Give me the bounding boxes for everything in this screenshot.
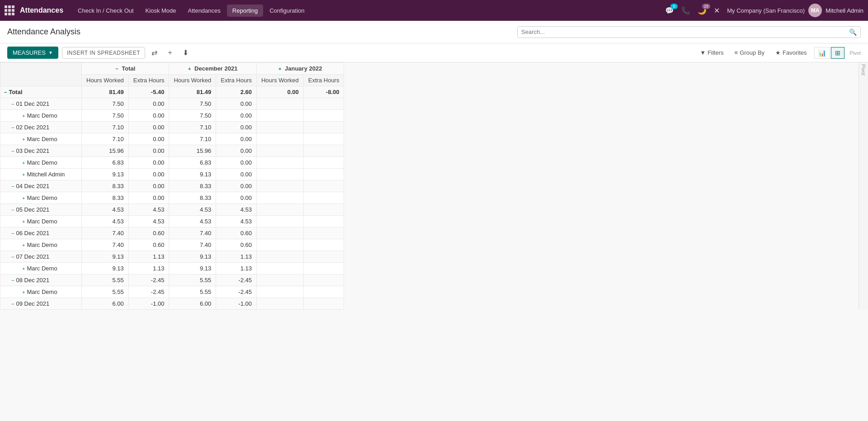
plus-icon[interactable]: + <box>22 289 25 295</box>
plus-icon[interactable]: + <box>22 219 25 224</box>
row-label-cell: −09 Dec 2021 <box>0 298 82 310</box>
swap-icon: ⇄ <box>151 49 157 57</box>
pivot-view-btn[interactable]: ⊞ <box>831 47 844 59</box>
table-cell: 4.53 <box>216 204 257 216</box>
phone-icon-btn[interactable]: 📞 <box>679 5 692 17</box>
filters-label: Filters <box>708 49 723 56</box>
table-cell <box>303 216 344 227</box>
plus-icon[interactable]: + <box>22 195 25 201</box>
row-label-cell: +Marc Demo <box>0 286 82 298</box>
minus-icon[interactable]: − <box>11 125 14 130</box>
nav-kiosk-mode[interactable]: Kiosk Mode <box>140 5 182 17</box>
minus-icon[interactable]: − <box>11 184 14 189</box>
nav-reporting[interactable]: Reporting <box>227 5 263 17</box>
table-cell: 0.00 <box>128 110 169 122</box>
company-name: My Company (San Francisco) <box>727 7 805 14</box>
table-cell: 1.13 <box>216 251 257 263</box>
table-cell <box>303 204 344 216</box>
table-cell <box>256 98 303 110</box>
table-cell: 0.00 <box>128 145 169 157</box>
apps-menu-icon[interactable] <box>5 5 14 15</box>
minus-icon[interactable]: − <box>11 254 14 260</box>
search-input[interactable] <box>521 28 849 35</box>
plus-icon[interactable]: + <box>22 137 25 142</box>
close-icon-btn[interactable]: ✕ <box>712 5 722 17</box>
group-by-icon: ≡ <box>735 49 738 56</box>
table-cell <box>303 274 344 286</box>
subheader: Attendance Analysis 🔍 <box>0 21 868 43</box>
table-cell: 6.83 <box>169 157 216 169</box>
minus-icon[interactable]: − <box>11 207 14 213</box>
chat-icon-btn[interactable]: 💬 6 <box>663 5 676 17</box>
table-cell <box>303 192 344 204</box>
table-cell: -2.45 <box>128 286 169 298</box>
group-by-button[interactable]: ≡ Group By <box>731 47 769 58</box>
measures-label: MEASURES <box>13 49 46 56</box>
table-cell: 7.10 <box>169 122 216 133</box>
nav-attendances[interactable]: Attendances <box>183 5 226 17</box>
add-icon-btn[interactable]: ＋ <box>164 46 176 59</box>
table-cell: 5.55 <box>169 286 216 298</box>
toolbar-right: ▼ Filters ≡ Group By ★ Favorites 📊 ⊞ Piv… <box>696 47 861 59</box>
measures-button[interactable]: MEASURES ▼ <box>7 47 58 59</box>
moon-icon-btn[interactable]: 🌙 25 <box>696 5 708 17</box>
table-cell: 9.13 <box>82 263 129 274</box>
table-cell: -1.00 <box>216 298 257 310</box>
table-cell: 0.00 <box>128 192 169 204</box>
plus-icon[interactable]: + <box>22 242 25 248</box>
table-cell <box>303 298 344 310</box>
filters-button[interactable]: ▼ Filters <box>696 47 727 58</box>
table-row: +Marc Demo8.330.008.330.00 <box>0 192 344 204</box>
minus-icon[interactable]: − <box>11 148 14 154</box>
search-icon[interactable]: 🔍 <box>849 28 857 36</box>
table-cell <box>303 122 344 133</box>
table-cell: 9.13 <box>169 263 216 274</box>
minus-icon[interactable]: − <box>11 278 14 283</box>
swap-icon-btn[interactable]: ⇄ <box>149 47 160 59</box>
plus-icon[interactable]: + <box>22 266 25 271</box>
col-jan-extra-hours: Extra Hours <box>303 75 344 86</box>
row-header-empty <box>0 63 82 86</box>
table-cell: 15.96 <box>82 145 129 157</box>
toolbar: MEASURES ▼ INSERT IN SPREADSHEET ⇄ ＋ ⬇ ▼… <box>0 43 868 62</box>
download-icon-btn[interactable]: ⬇ <box>180 47 191 59</box>
favorites-label: Favorites <box>783 49 807 56</box>
table-cell: 9.13 <box>82 169 129 180</box>
minus-icon[interactable]: − <box>11 301 14 307</box>
user-avatar[interactable]: MA <box>808 4 822 17</box>
table-row: +Marc Demo7.500.007.500.00 <box>0 110 344 122</box>
table-cell <box>303 251 344 263</box>
table-row: +Marc Demo6.830.006.830.00 <box>0 157 344 169</box>
insert-spreadsheet-button[interactable]: INSERT IN SPREADSHEET <box>62 47 145 59</box>
jan2022-collapse-icon[interactable]: + <box>278 66 281 71</box>
main-content: − Total + December 2021 + January 2022 <box>0 62 868 310</box>
plus-icon[interactable]: + <box>22 113 25 118</box>
table-row: −Total81.49-5.4081.492.600.00-8.00 <box>0 86 344 98</box>
page-title: Attendance Analysis <box>7 27 80 37</box>
close-icon: ✕ <box>714 6 720 15</box>
table-cell <box>256 239 303 251</box>
table-cell: 7.50 <box>169 98 216 110</box>
nav-check-in-out[interactable]: Check In / Check Out <box>72 5 139 17</box>
minus-icon[interactable]: − <box>4 90 7 95</box>
total-collapse-icon[interactable]: − <box>115 66 118 71</box>
table-cell: 7.50 <box>169 110 216 122</box>
favorites-button[interactable]: ★ Favorites <box>772 47 810 58</box>
nav-configuration[interactable]: Configuration <box>264 5 310 17</box>
table-row: −04 Dec 20218.330.008.330.00 <box>0 180 344 192</box>
row-label-cell: −Total <box>0 86 82 98</box>
table-cell <box>256 251 303 263</box>
bar-chart-view-btn[interactable]: 📊 <box>814 47 830 59</box>
plus-icon[interactable]: + <box>22 160 25 166</box>
chat-badge: 6 <box>670 4 678 9</box>
table-row: −07 Dec 20219.131.139.131.13 <box>0 251 344 263</box>
minus-icon[interactable]: − <box>11 101 14 107</box>
table-cell <box>303 286 344 298</box>
plus-icon[interactable]: + <box>22 172 25 177</box>
table-row: −09 Dec 20216.00-1.006.00-1.00 <box>0 298 344 310</box>
dec2021-collapse-icon[interactable]: + <box>188 66 191 71</box>
table-cell <box>256 263 303 274</box>
table-cell: 5.55 <box>82 274 129 286</box>
minus-icon[interactable]: − <box>11 231 14 236</box>
table-cell: 2.60 <box>216 86 257 98</box>
